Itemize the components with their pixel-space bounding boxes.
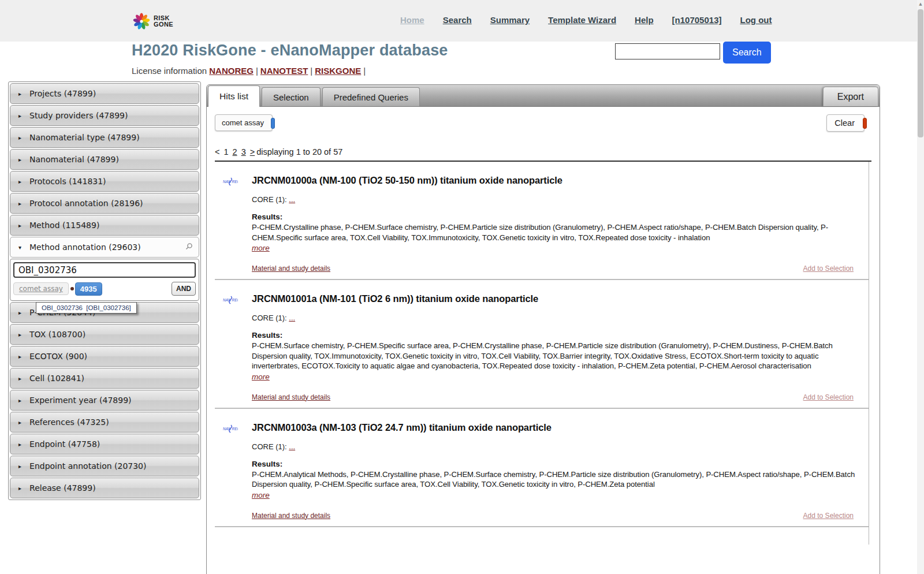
results-list: NAN REG JRCNM01000a (NM-100 (TiO2 50-150… [215,162,869,545]
nanoreg-logo-icon: NAN REG [223,173,252,273]
facet-nanomaterial-type[interactable]: ▸ Nanomaterial type (47899) [10,127,199,148]
global-search-button[interactable]: Search [723,42,771,64]
facet-label: Nanomaterial (47899) [29,155,119,164]
top-bar: RISK GONE Home Search Summary Template W… [0,0,917,42]
tag-remove-handle-icon[interactable] [70,287,74,290]
license-link-nanotest[interactable]: NANOTEST [260,66,308,76]
result-card-body: JRCNM01003a (NM-103 (TiO2 24.7 nm)) tita… [252,417,869,520]
global-search-input[interactable] [615,43,720,59]
add-to-selection-link[interactable]: Add to Selection [803,264,854,273]
core-line: CORE (1): ... [252,195,869,204]
facet-references[interactable]: ▸ References (47325) [10,412,199,433]
facet-protocols[interactable]: ▸ Protocols (141831) [10,171,199,192]
license-link-nanoreg[interactable]: NANOREG [209,66,254,76]
facet-nanomaterial[interactable]: ▸ Nanomaterial (47899) [10,149,199,170]
facet-protocol-annotation[interactable]: ▸ Protocol annotation (28196) [10,193,199,214]
facet-tag-link[interactable]: comet assay [19,285,63,293]
facet-cell[interactable]: ▸ Cell (102841) [10,368,199,389]
facet-label: TOX (108700) [29,330,85,339]
core-ellipsis-link[interactable]: ... [289,442,295,451]
nav-user-id[interactable]: [n10705013] [672,15,722,25]
svg-text:REG: REG [232,427,238,431]
page-next-link[interactable]: > [250,147,255,156]
results-label: Results: [252,213,869,221]
facet-projects[interactable]: ▸ Projects (47899) [10,83,199,104]
license-label: License information [132,66,207,76]
material-details-link[interactable]: Material and study details [252,393,330,401]
scrollbar-thumb[interactable] [918,9,923,137]
facet-label: ECOTOX (900) [29,352,87,361]
more-link[interactable]: more [252,372,270,381]
filter-flag-icon[interactable] [271,118,275,129]
and-operator-button[interactable]: AND [172,282,196,296]
card-links-row: Material and study details Add to Select… [252,393,869,401]
chevron-right-icon: ▸ [18,419,21,426]
more-link[interactable]: more [252,244,270,252]
more-link[interactable]: more [252,491,270,500]
result-card: NAN REG JRCNM01000a (NM-100 (TiO2 50-150… [215,162,869,280]
tab-selection[interactable]: Selection [262,87,321,106]
core-ellipsis-link[interactable]: ... [289,195,295,204]
chevron-right-icon: ▸ [18,441,21,448]
nav-logout[interactable]: Log out [740,15,772,25]
core-label: CORE (1): [252,314,289,322]
riskgone-logo: RISK GONE [132,12,173,31]
add-to-selection-link[interactable]: Add to Selection [803,393,854,401]
facet-label: Endpoint (47758) [29,439,100,449]
next-result-partial [215,527,869,545]
nav-template-wizard[interactable]: Template Wizard [548,15,616,25]
nav-summary[interactable]: Summary [490,15,530,25]
page-title: H2020 RiskGone - eNanoMapper database [132,42,448,59]
facet-release[interactable]: ▸ Release (47899) [10,478,199,498]
page-2-link[interactable]: 2 [233,147,237,156]
nav-search[interactable]: Search [443,15,472,25]
facet-endpoint[interactable]: ▸ Endpoint (47758) [10,434,199,454]
nav-home[interactable]: Home [400,15,424,25]
facet-label: Method (115489) [29,221,99,230]
result-card-body: JRCNM01000a (NM-100 (TiO2 50-150 nm)) ti… [252,170,869,273]
tab-hits-list[interactable]: Hits list [208,85,260,107]
facet-method-annotation[interactable]: ▾ Method annotation (29603) [10,237,199,258]
method-annotation-search-input[interactable] [13,262,196,278]
facet-method[interactable]: ▸ Method (115489) [10,215,199,236]
facet-endpoint-annotation[interactable]: ▸ Endpoint annotation (20730) [10,456,199,476]
chevron-right-icon: ▸ [18,178,21,185]
autocomplete-suggestion[interactable]: OBI_0302736 [OBI_0302736] [36,302,137,314]
facet-experiment-year[interactable]: ▸ Experiment year (47899) [10,390,199,411]
material-details-link[interactable]: Material and study details [252,512,330,520]
filter-chip-comet-assay[interactable]: comet assay [215,114,273,131]
chevron-right-icon: ▸ [18,222,21,229]
facet-label: Nanomaterial type (47899) [29,133,140,142]
core-line: CORE (1): ... [252,442,869,451]
chevron-right-icon: ▸ [18,156,21,163]
nav-help[interactable]: Help [635,15,654,25]
page-3-link[interactable]: 3 [241,147,246,156]
clear-filters-button[interactable]: Clear [826,114,865,132]
result-title: JRCNM01000a (NM-100 (TiO2 50-150 nm)) ti… [252,175,869,186]
material-details-link[interactable]: Material and study details [252,264,330,273]
active-facet-tag-row: comet assay 4935 AND [13,282,196,296]
card-links-row: Material and study details Add to Select… [252,512,869,520]
facet-label: Cell (102841) [29,374,84,383]
separator: | [254,66,260,76]
facet-label: Study providers (47899) [29,111,128,120]
add-to-selection-link[interactable]: Add to Selection [803,512,854,520]
active-filters-row: comet assay Clear [215,114,871,132]
facet-tox[interactable]: ▸ TOX (108700) [10,324,199,345]
export-button[interactable]: Export [823,87,878,106]
facet-study-providers[interactable]: ▸ Study providers (47899) [10,105,199,126]
license-link-riskgone[interactable]: RISKGONE [315,66,361,76]
magnifier-icon[interactable] [185,243,193,252]
facet-count-badge: 4935 [75,282,102,296]
core-ellipsis-link[interactable]: ... [289,314,295,322]
result-card: NAN REG JRCNM01001a (NM-101 (TiO2 6 nm))… [215,280,869,409]
separator: | [308,66,315,76]
scroll-up-arrow-icon[interactable]: ▲ [917,0,924,8]
results-text: P-CHEM.Surface chemistry, P-CHEM.Specifi… [252,341,869,371]
facet-ecotox[interactable]: ▸ ECOTOX (900) [10,346,199,367]
facet-tag-comet-assay: comet assay [13,282,69,295]
card-links-row: Material and study details Add to Select… [252,264,869,273]
riskgone-pinwheel-icon [132,12,151,31]
main-nav: Home Search Summary Template Wizard Help… [400,15,772,25]
tab-predefined-queries[interactable]: Predefined Queries [322,87,420,106]
